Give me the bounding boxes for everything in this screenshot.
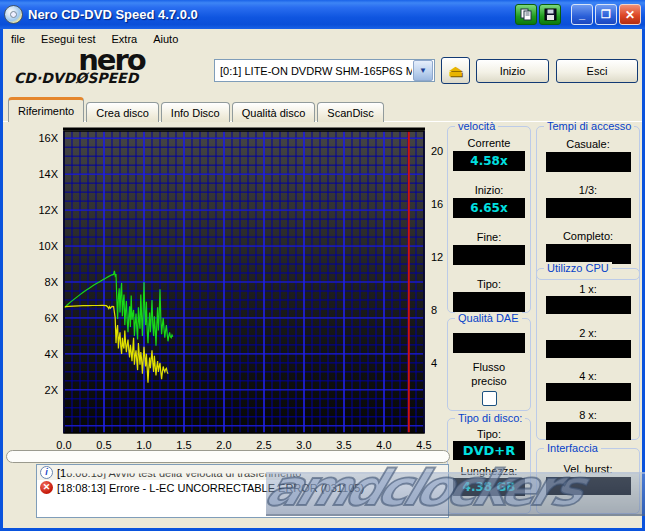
start-button[interactable]: Inizio [476, 59, 549, 83]
title-bar[interactable]: Nero CD-DVD Speed 4.7.0.0 _ ❐ ✕ [0, 0, 645, 29]
cpu-4x-value [546, 383, 631, 401]
tab-crea-disco[interactable]: Crea disco [86, 102, 159, 122]
svg-text:2X: 2X [45, 384, 59, 396]
maximize-icon: ❐ [601, 9, 611, 20]
velocita-fine-label: Fine: [448, 231, 530, 243]
svg-text:4X: 4X [45, 348, 59, 360]
tempi-casuale-label: Casuale: [537, 138, 639, 150]
log-list[interactable]: i [1 8:08:13] Avvio test della velocità … [36, 464, 449, 518]
log-row-error[interactable]: ✕ [18:08:13] Errore - L-EC UNCORRECTABLE… [37, 480, 448, 495]
cpu-2x-value [546, 340, 631, 358]
panel-velocita: velocità Corrente 4.58x Inizio: 6.65x Fi… [447, 126, 531, 313]
svg-text:12X: 12X [38, 204, 58, 216]
vel-burst-label: Vel. burst: [537, 463, 639, 475]
tab-riferimento-label: Riferimento [18, 105, 74, 117]
save-results-button[interactable] [539, 4, 561, 25]
panel-utilizzo-cpu: Utilizzo CPU 1 x: 2 x: 4 x: 8 x: [536, 268, 640, 440]
window-title: Nero CD-DVD Speed 4.7.0.0 [28, 7, 513, 22]
tab-qualita-disco-label: Qualità disco [242, 107, 306, 119]
svg-text:16X: 16X [38, 132, 58, 144]
transfer-rate-chart: 16X14X12X10X8X6X4X2X201612840.00.51.01.5… [28, 124, 448, 458]
chevron-down-icon[interactable]: ▼ [413, 60, 433, 81]
cpu-1x-label: 1 x: [537, 283, 639, 295]
eject-button[interactable]: ⏏ [441, 57, 470, 84]
copy-icon [520, 8, 533, 21]
velocita-corrente-label: Corrente [448, 137, 530, 149]
log-row-info[interactable]: i [1 8:08:13] Avvio test della velocità … [37, 465, 448, 480]
drive-select-value: [0:1] LITE-ON DVDRW SHM-165P6S MS0P [215, 65, 412, 77]
log-info-text: 8:08:13] Avvio test della velocità di tr… [66, 467, 301, 479]
nero-logo-wordmark: nero [14, 49, 209, 71]
panel-tipo-disco: Tipo di disco: Tipo: DVD+R Lunghezza: 4.… [447, 418, 531, 514]
cddvd-speed-wordmark: CD·DVDØSPEED [14, 71, 209, 86]
panel-qualita-dae: Qualità DAE Flusso preciso [447, 318, 531, 411]
exit-button[interactable]: Esci [556, 59, 638, 83]
disco-lunghezza-label: Lunghezza: [448, 465, 530, 477]
flusso-preciso-checkbox[interactable] [482, 391, 497, 406]
cpu-1x-value [546, 296, 631, 314]
velocita-tipo-value [453, 292, 525, 312]
tempi-completo-value [546, 244, 631, 264]
panel-tipo-disco-title: Tipo di disco: [455, 412, 525, 424]
vel-burst-value [546, 477, 631, 495]
close-button[interactable]: ✕ [619, 4, 641, 25]
tab-riferimento[interactable]: Riferimento [8, 97, 84, 122]
info-icon: i [40, 466, 53, 479]
tab-qualita-disco[interactable]: Qualità disco [232, 102, 316, 122]
svg-text:4: 4 [431, 357, 437, 369]
app-cd-icon [4, 5, 23, 24]
velocita-fine-value [453, 245, 525, 265]
save-floppy-icon [544, 8, 557, 21]
start-button-label: Inizio [500, 65, 526, 77]
chart-svg: 16X14X12X10X8X6X4X2X201612840.00.51.01.5… [28, 124, 448, 458]
app-window: Nero CD-DVD Speed 4.7.0.0 _ ❐ ✕ file Ese… [0, 0, 645, 531]
svg-text:14X: 14X [38, 168, 58, 180]
menu-file[interactable]: file [3, 31, 33, 47]
panel-interfaccia-title: Interfaccia [544, 442, 601, 454]
progress-bar [6, 450, 450, 463]
cpu-8x-label: 8 x: [537, 409, 639, 421]
tempi-13-value [546, 198, 631, 218]
tempi-casuale-value [546, 152, 631, 172]
copy-screenshot-button[interactable] [515, 4, 537, 25]
svg-text:10X: 10X [38, 240, 58, 252]
disco-lunghezza-value: 4.38 GB [453, 478, 525, 496]
velocita-inizio-label: Inizio: [448, 184, 530, 196]
drive-select[interactable]: [0:1] LITE-ON DVDRW SHM-165P6S MS0P ▼ [214, 59, 435, 82]
velocita-corrente-value: 4.58x [453, 151, 525, 171]
minimize-icon: _ [579, 9, 585, 20]
tab-scandisc-label: ScanDisc [327, 107, 373, 119]
nero-logo: nero CD·DVDØSPEED [14, 49, 209, 86]
flusso-label-line2: preciso [448, 375, 530, 387]
panel-qualita-dae-title: Qualità DAE [455, 312, 522, 324]
velocita-tipo-label: Tipo: [448, 278, 530, 290]
tab-strip: Riferimento Crea disco Info Disco Qualit… [8, 100, 386, 122]
exit-button-label: Esci [587, 65, 608, 77]
svg-text:8: 8 [431, 304, 437, 316]
svg-text:20: 20 [431, 145, 443, 157]
dae-score-value [453, 333, 525, 353]
svg-text:16: 16 [431, 198, 443, 210]
disco-tipo-value: DVD+R [453, 441, 525, 460]
maximize-button[interactable]: ❐ [595, 4, 617, 25]
minimize-button[interactable]: _ [571, 4, 593, 25]
menu-aiuto[interactable]: Aiuto [145, 31, 186, 47]
tab-scandisc[interactable]: ScanDisc [317, 102, 383, 122]
panel-interfaccia: Interfaccia Vel. burst: [536, 448, 640, 514]
error-icon: ✕ [40, 481, 53, 494]
svg-text:6X: 6X [45, 312, 59, 324]
tab-info-disco-label: Info Disco [171, 107, 220, 119]
cpu-4x-label: 4 x: [537, 370, 639, 382]
cpu-2x-label: 2 x: [537, 327, 639, 339]
cpu-8x-value [546, 422, 631, 440]
log-info-prefix: [1 [57, 467, 66, 479]
velocita-inizio-value: 6.65x [453, 198, 525, 218]
tab-crea-disco-label: Crea disco [96, 107, 149, 119]
svg-text:12: 12 [431, 251, 443, 263]
close-icon: ✕ [625, 9, 635, 21]
tab-info-disco[interactable]: Info Disco [161, 102, 230, 122]
svg-text:8X: 8X [45, 276, 59, 288]
panel-cpu-title: Utilizzo CPU [544, 262, 612, 274]
panel-tempi-accesso: Tempi di accesso Casuale: 1/3: Completo: [536, 126, 640, 280]
eject-icon: ⏏ [448, 62, 462, 80]
